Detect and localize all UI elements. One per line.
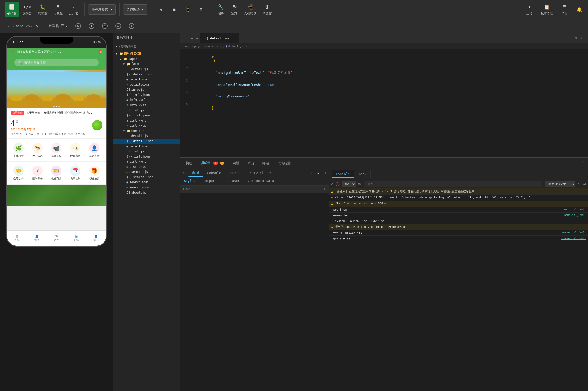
tree-monitor-detail-wxml[interactable]: ◈ detail.wxml [113, 144, 180, 149]
more-tabs-icon[interactable]: » [267, 169, 274, 177]
dev-tab-terminal[interactable]: 终端 [259, 159, 273, 167]
tree-monitor-list-wxml[interactable]: ◈ list.wxml [113, 159, 180, 164]
phone-sim-btn[interactable]: 📱 [100, 22, 110, 30]
tree-open-editors[interactable]: ▶ 打开的编辑器 [113, 44, 180, 49]
reload-btn[interactable]: ↻ [155, 4, 167, 15]
tree-monitor[interactable]: ▼ 📁 monitor [113, 128, 180, 133]
grid-item-3[interactable]: 🛍 农场商城 [66, 143, 84, 158]
more-btn[interactable]: 🔔 [573, 4, 585, 15]
grid-item-8[interactable]: 📅 农场签到 [66, 166, 84, 180]
device-selector[interactable]: 0/13 mini 75% 15 ▾ [4, 23, 43, 29]
log-level-select[interactable]: Default levels [545, 181, 575, 187]
ban-icon[interactable]: ⊘ [331, 182, 333, 186]
stop-sim-btn[interactable]: ◼ [87, 22, 96, 30]
tree-farm-detail-json[interactable]: {·} detail.json [113, 72, 180, 77]
expand-sim-btn[interactable]: ⊞ [113, 22, 123, 30]
style-tab-dataset[interactable]: Dataset [222, 177, 244, 185]
detail-btn[interactable]: ☰ 详情 [558, 2, 571, 17]
reload-sim-btn[interactable]: ↻ [73, 22, 83, 30]
grid-item-4[interactable]: 👤 会员充值 [85, 143, 103, 158]
wxml-inspect-btn[interactable]: ↖ [180, 169, 188, 177]
hot-reload-btn[interactable]: 热重载 开 ▾ [47, 23, 70, 29]
grid-item-5[interactable]: 🤝 众筹认养 [10, 166, 28, 180]
upload-btn[interactable]: ⬆ 上传 [523, 2, 536, 17]
console-filter-input[interactable] [364, 181, 542, 187]
clear-icon[interactable]: 🚫 [335, 182, 340, 186]
tab-close-icon[interactable]: ✕ [233, 37, 235, 40]
editor-tab-detail-json[interactable]: {·} detail.json ✕ [200, 33, 239, 43]
context-select[interactable]: top [342, 181, 356, 187]
tree-farm-list-js[interactable]: JS list.js [113, 108, 180, 113]
dev-tab-debugger[interactable]: 调试器 1 7 [197, 159, 228, 167]
tree-monitor-detail-js[interactable]: JS detail.js [113, 133, 180, 139]
nav-next-btn[interactable]: → [194, 35, 200, 41]
clearcache-btn[interactable]: 🗑 清缓存 [260, 2, 274, 17]
inner-tab-wxml[interactable]: Wxml [188, 169, 203, 177]
split-icon[interactable]: ⊟ [574, 35, 578, 41]
debugger-btn[interactable]: 🐛 调试器 [35, 2, 50, 17]
dev-tab-quality[interactable]: 代码质量 [274, 159, 294, 167]
nav-adopt[interactable]: 🐄 认养 [47, 231, 66, 246]
tree-farm-info-js[interactable]: JS info.js [113, 87, 180, 92]
tree-monitor-list-js[interactable]: JS list.js [113, 149, 180, 154]
style-tab-component[interactable]: Component Data [244, 177, 278, 185]
panel-more-icon[interactable]: ··· [171, 36, 177, 40]
tree-farm-detail-wxss[interactable]: ≋ detail.wxss [113, 82, 180, 87]
dev-tab-build[interactable]: 构建 [182, 159, 196, 167]
nav-mine[interactable]: 👤 我的 [86, 231, 106, 246]
tree-monitor-search-js[interactable]: JS search.js [113, 169, 180, 175]
tree-farm-info-wxss[interactable]: ≋ info.wxss [113, 103, 180, 108]
version-btn[interactable]: 📋 版本管理 [538, 2, 556, 17]
compile-btn[interactable]: 🔧 编译 [215, 2, 227, 17]
compile-dropdown[interactable]: 普通编译 ▾ [123, 4, 147, 15]
tree-monitor-detail-json[interactable]: {·} detail.json [113, 139, 180, 144]
stop-btn[interactable]: ◼ [168, 4, 180, 15]
inner-tab-sources[interactable]: Sources [225, 169, 246, 176]
tree-monitor-search-wxss[interactable]: ≋ search.wxss [113, 185, 180, 190]
simulator-btn[interactable]: ⬜ 模拟器 [5, 2, 19, 17]
console-tab-task[interactable]: Task [354, 170, 371, 178]
inner-tab-network[interactable]: Network [246, 169, 267, 176]
tree-farm-detail-wxml[interactable]: ◈ detail.wxml [113, 77, 180, 82]
phone-btn[interactable]: 📱 [182, 4, 194, 15]
tab-btn[interactable]: ⊕ [127, 22, 137, 30]
nav-back-btn[interactable]: ☰ [182, 35, 189, 41]
filter-options-icon[interactable]: ⊕ [324, 187, 326, 191]
grid-item-2[interactable]: 📹 视频监控 [48, 143, 66, 158]
nav-shop[interactable]: 🏪 商城 [66, 231, 86, 246]
tree-pages[interactable]: ▶ 📁 pages [113, 56, 180, 61]
breadcrumb-home[interactable]: home [184, 44, 191, 48]
dev-tab-output[interactable]: 输出 [244, 159, 258, 167]
msg-link-7[interactable]: vendor.js?_[sm]: [561, 231, 586, 234]
dev-tab-issues[interactable]: 问题 [229, 159, 243, 167]
tree-monitor-list-wxss[interactable]: ≋ list.wxss [113, 164, 180, 169]
tree-monitor-list-json[interactable]: {·} list.json [113, 154, 180, 159]
search-bar[interactable]: 🔍 请输入商品名称 [14, 59, 99, 66]
style-tab-computed[interactable]: Computed [199, 177, 222, 185]
tree-farm-list-wxml[interactable]: ◈ list.wxml [113, 118, 180, 123]
nav-prev-btn[interactable]: ← [189, 35, 194, 41]
nav-rent[interactable]: 👤 租地 [27, 231, 47, 246]
msg-link-4[interactable]: home.js?_[sm]: [564, 214, 586, 216]
nav-home[interactable]: 🏠 首页 [7, 231, 27, 246]
console-tab-console[interactable]: Console [332, 170, 354, 178]
tree-farm-info-json[interactable]: {·} info.json [113, 92, 180, 97]
style-tab-styles[interactable]: Styles [180, 177, 199, 185]
tree-monitor-search-json[interactable]: {·} search.json [113, 175, 180, 180]
msg-link-8[interactable]: vendor.js?_[sm]: [561, 237, 586, 240]
tree-farm-list-json[interactable]: {·} list.json [113, 113, 180, 118]
tree-farm[interactable]: ▼ 📁 farm [113, 61, 180, 67]
breadcrumb-pages[interactable]: pages [194, 44, 203, 48]
mode-dropdown[interactable]: 小程序模式 ▾ [88, 4, 116, 15]
expand-btn[interactable]: ⊞ [195, 4, 207, 15]
msg-link-3[interactable]: main.js?_[sm]: [564, 208, 586, 211]
visual-btn[interactable]: 👁 可视化 [51, 2, 65, 17]
inner-tab-console[interactable]: Console [203, 169, 225, 176]
realtest-btn[interactable]: 📲 真机调试 [241, 2, 259, 17]
grid-item-6[interactable]: ⚡ 限时秒杀 [29, 166, 47, 180]
tree-farm-detail-js[interactable]: JS detail.js [113, 67, 180, 72]
grid-item-0[interactable]: 🌿 土地租赁 [10, 143, 28, 158]
fullscreen-icon[interactable]: ⤢ [579, 35, 584, 41]
filter-input[interactable] [183, 187, 324, 191]
tree-farm-info-wxml[interactable]: ◈ info.wxml [113, 97, 180, 103]
